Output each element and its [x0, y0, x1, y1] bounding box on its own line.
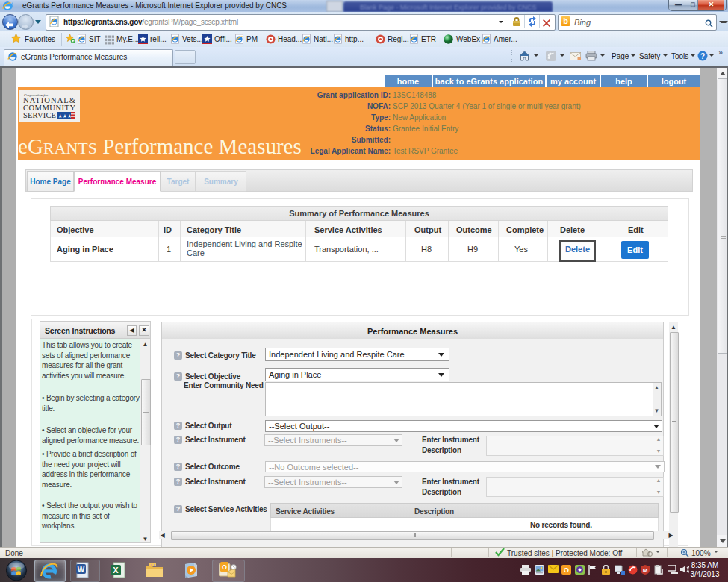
svg-text:X: X — [113, 566, 119, 575]
svg-text:SERVICE: SERVICE — [23, 111, 56, 119]
svg-text:O: O — [564, 566, 569, 574]
svg-text:O: O — [222, 563, 227, 571]
svg-text:★★★: ★★★ — [58, 113, 72, 119]
svg-text:M: M — [643, 567, 648, 574]
svg-text:?: ? — [700, 52, 705, 60]
svg-text:W: W — [78, 566, 85, 574]
